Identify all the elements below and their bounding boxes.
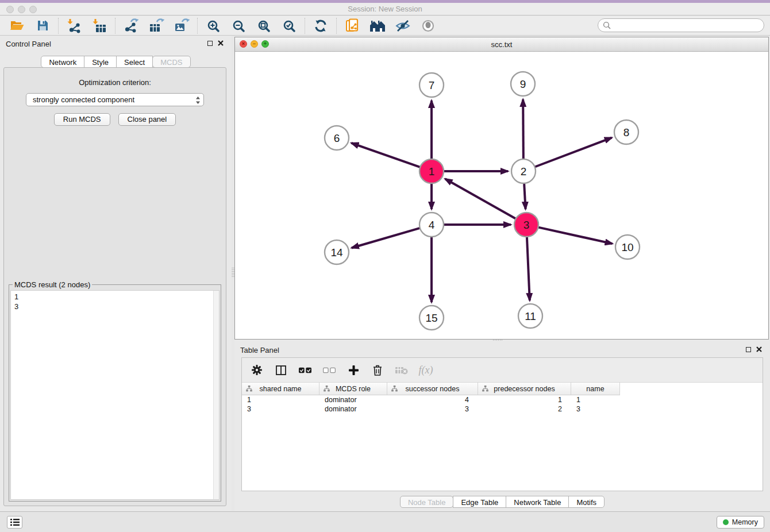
export-table-button[interactable] <box>144 17 169 35</box>
show-columns-button[interactable] <box>275 362 287 378</box>
float-table-panel-button[interactable] <box>746 347 751 352</box>
table-panel-title: Table Panel <box>240 346 279 354</box>
tab-network[interactable]: Network <box>41 56 84 68</box>
delete-column-button[interactable] <box>371 362 384 378</box>
hierarchy-icon <box>391 385 398 392</box>
column-header-mcds-role[interactable]: MCDS role <box>319 383 387 395</box>
toolbar-separator <box>336 18 337 34</box>
edge-2-9[interactable] <box>523 99 523 160</box>
function-builder-button: f(x) <box>419 362 432 378</box>
export-network-button[interactable] <box>118 17 144 35</box>
table-tabs: Node Table Edge Table Network Table Moti… <box>234 496 770 508</box>
window-top-accent <box>0 0 770 3</box>
table-toolbar: f(x) <box>242 358 763 383</box>
node-label-10: 10 <box>621 241 633 253</box>
zoom-fit-icon <box>257 20 270 32</box>
column-header-shared-name[interactable]: shared name <box>242 383 319 395</box>
close-panel-icon[interactable] <box>217 40 224 47</box>
edge-3-10[interactable] <box>537 227 613 244</box>
column-header-predecessor-nodes[interactable]: predecessor nodes <box>478 383 571 395</box>
zoom-out-icon <box>232 20 245 32</box>
criterion-select[interactable]: strongly connected component <box>26 93 204 106</box>
main-toolbar <box>0 16 770 36</box>
search-field[interactable] <box>598 18 764 32</box>
table-settings-button[interactable] <box>251 362 263 378</box>
edge-3-1[interactable] <box>445 179 517 219</box>
import-table-button[interactable] <box>87 17 112 35</box>
column-header-name[interactable]: name <box>571 383 620 395</box>
table-row[interactable]: 1dominator411 <box>242 395 763 404</box>
criterion-value: strongly connected component <box>33 95 134 104</box>
close-panel-button[interactable]: Close panel <box>118 113 176 126</box>
node-label-6: 6 <box>334 132 340 144</box>
search-icon <box>603 21 611 29</box>
edge-2-3[interactable] <box>524 182 526 209</box>
export-image-button[interactable] <box>169 17 194 35</box>
edge-1-6[interactable] <box>351 143 421 168</box>
zoom-fit-button[interactable] <box>251 17 276 35</box>
tab-mcds[interactable]: MCDS <box>152 56 190 68</box>
hierarchy-icon <box>482 385 488 392</box>
tab-select[interactable]: Select <box>116 56 153 68</box>
optimization-criterion-label: Optimization criterion: <box>4 78 226 87</box>
tab-network-table[interactable]: Network Table <box>506 496 569 508</box>
edge-3-11[interactable] <box>527 236 530 300</box>
table-cell: dominator <box>319 405 387 413</box>
first-neighbors-button[interactable] <box>365 17 390 35</box>
memory-button[interactable]: Memory <box>717 516 764 529</box>
node-label-15: 15 <box>425 312 437 324</box>
table-header-row: shared name MCDS role successor nodes pr… <box>242 383 620 395</box>
select-all-button[interactable] <box>299 362 311 378</box>
export-network-icon <box>124 18 139 33</box>
run-mcds-button[interactable]: Run MCDS <box>54 113 110 126</box>
status-bar: Memory <box>0 511 770 532</box>
close-table-panel-icon[interactable] <box>756 346 763 353</box>
edge-2-8[interactable] <box>534 138 612 168</box>
mcds-result-group: MCDS result (2 nodes) 1 3 <box>9 280 221 502</box>
window-titlebar: Session: New Session <box>0 0 770 16</box>
clone-network-button[interactable] <box>340 17 365 35</box>
zoom-in-icon <box>207 20 220 32</box>
column-header-successor-nodes[interactable]: successor nodes <box>387 383 478 395</box>
tab-node-table[interactable]: Node Table <box>400 496 454 508</box>
network-canvas[interactable]: 1234678910111415 <box>235 52 768 339</box>
import-network-button[interactable] <box>61 17 87 35</box>
deselect-all-button[interactable] <box>323 362 336 378</box>
zoom-in-button[interactable] <box>201 17 226 35</box>
toolbar-separator <box>305 18 305 34</box>
refresh-button[interactable] <box>308 17 333 35</box>
table-cell: 3 <box>387 405 478 413</box>
zoom-out-button[interactable] <box>226 17 251 35</box>
table-panel-content: f(x) shared name MCDS role successor nod… <box>241 357 763 491</box>
float-panel-button[interactable] <box>207 41 213 46</box>
table-panel: Table Panel f(x) shared name MCDS role s… <box>234 342 770 511</box>
refresh-icon <box>314 19 328 33</box>
zoom-selected-button[interactable] <box>276 17 302 35</box>
node-label-3: 3 <box>523 219 530 231</box>
mcds-result-area[interactable]: 1 3 <box>10 290 220 500</box>
show-all-button[interactable] <box>415 17 441 35</box>
eye-slash-icon <box>395 19 410 33</box>
node-label-8: 8 <box>623 126 630 138</box>
control-panel: Control Panel Network Style Select MCDS … <box>0 36 232 511</box>
network-window-titlebar[interactable]: × − + scc.txt <box>235 37 768 52</box>
node-label-7: 7 <box>429 79 435 91</box>
search-input[interactable] <box>614 21 757 30</box>
save-session-button[interactable] <box>30 17 55 35</box>
table-row[interactable]: 3dominator323 <box>242 404 763 414</box>
tab-motifs[interactable]: Motifs <box>568 496 605 508</box>
plus-icon <box>349 365 359 375</box>
add-column-button[interactable] <box>347 362 360 378</box>
save-icon <box>37 20 48 31</box>
open-file-button[interactable] <box>5 17 30 35</box>
result-scrollbar[interactable] <box>213 291 219 499</box>
control-panel-tabs: Network Style Select MCDS <box>0 56 232 68</box>
toolbar-separator <box>58 18 59 34</box>
import-network-icon <box>67 18 82 33</box>
window-title: Session: New Session <box>0 5 770 13</box>
tab-edge-table[interactable]: Edge Table <box>453 496 506 508</box>
task-history-button[interactable] <box>7 516 22 529</box>
edge-4-14[interactable] <box>352 228 421 248</box>
tab-style[interactable]: Style <box>84 56 117 68</box>
hide-selected-button[interactable] <box>390 17 415 35</box>
